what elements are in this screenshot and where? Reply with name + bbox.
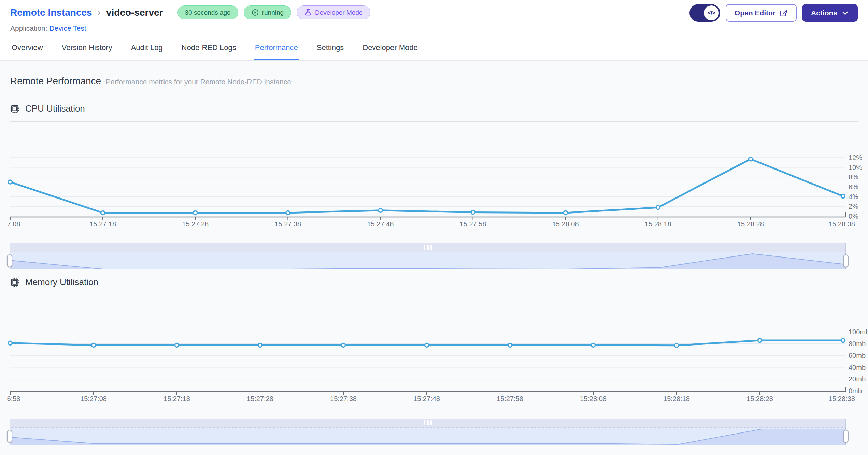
cpu-chip-icon bbox=[10, 104, 20, 114]
svg-text:80mb: 80mb bbox=[849, 340, 866, 348]
memory-chart-navigator bbox=[10, 419, 846, 445]
last-seen-label: 30 seconds ago bbox=[185, 9, 231, 16]
svg-text:15:27:18: 15:27:18 bbox=[163, 395, 190, 402]
svg-text:15:27:48: 15:27:48 bbox=[367, 220, 394, 228]
chevron-down-icon bbox=[841, 9, 849, 17]
svg-text:15:28:18: 15:28:18 bbox=[645, 220, 671, 228]
svg-text:6:58: 6:58 bbox=[7, 395, 20, 402]
running-label: running bbox=[262, 9, 284, 16]
svg-text:20mb: 20mb bbox=[849, 375, 866, 383]
application-label: Application: bbox=[10, 24, 47, 32]
running-badge: running bbox=[244, 5, 291, 19]
beaker-icon bbox=[304, 9, 312, 16]
svg-text:60mb: 60mb bbox=[849, 352, 866, 359]
open-editor-button[interactable]: Open Editor bbox=[726, 4, 797, 22]
grip-icon bbox=[424, 420, 425, 425]
svg-text:6%: 6% bbox=[849, 183, 858, 191]
developer-mode-label: Developer Mode bbox=[315, 9, 362, 16]
memory-navigator-right-handle[interactable] bbox=[843, 430, 849, 443]
svg-text:15:28:08: 15:28:08 bbox=[552, 220, 579, 228]
tab-version-history[interactable]: Version History bbox=[60, 40, 114, 60]
main-content: Remote Performance Performance metrics f… bbox=[0, 61, 868, 455]
svg-text:15:27:38: 15:27:38 bbox=[330, 395, 357, 402]
last-seen-badge: 30 seconds ago bbox=[177, 5, 238, 19]
svg-text:8%: 8% bbox=[849, 173, 858, 181]
cpu-navigator-right-handle[interactable] bbox=[843, 254, 849, 267]
svg-text:12%: 12% bbox=[849, 154, 862, 161]
memory-navigator-left-handle[interactable] bbox=[7, 430, 12, 443]
memory-navigator-drag-strip[interactable] bbox=[10, 419, 846, 428]
play-circle-icon bbox=[251, 9, 259, 16]
cpu-section-title: CPU Utilisation bbox=[25, 103, 85, 114]
svg-text:2%: 2% bbox=[849, 203, 858, 210]
cpu-chip-icon bbox=[10, 277, 20, 288]
svg-text:15:27:18: 15:27:18 bbox=[89, 220, 116, 228]
svg-text:15:28:08: 15:28:08 bbox=[580, 395, 607, 402]
svg-text:0mb: 0mb bbox=[849, 387, 862, 395]
cpu-navigator-drag-strip[interactable] bbox=[10, 243, 846, 252]
breadcrumb-separator: › bbox=[97, 7, 101, 18]
page-header: Remote Instances › video-server 30 secon… bbox=[0, 0, 868, 32]
status-badges: 30 seconds ago running Developer Mode bbox=[177, 5, 370, 19]
cpu-navigator-left-handle[interactable] bbox=[7, 254, 12, 267]
actions-label: Actions bbox=[811, 9, 837, 17]
cpu-utilisation-chart[interactable]: 0%2%4%6%8%10%12%7:0815:27:1815:27:2815:2… bbox=[0, 141, 868, 233]
svg-text:15:27:58: 15:27:58 bbox=[460, 220, 486, 228]
external-link-icon bbox=[780, 9, 788, 17]
page-head: Remote Performance Performance metrics f… bbox=[10, 76, 858, 87]
grip-icon bbox=[427, 420, 429, 425]
divider bbox=[10, 295, 858, 295]
memory-section-header: Memory Utilisation bbox=[10, 277, 858, 288]
divider bbox=[10, 94, 858, 94]
header-actions: </> Open Editor Actions bbox=[689, 4, 858, 22]
cpu-navigator-area[interactable] bbox=[10, 252, 846, 269]
svg-text:15:28:18: 15:28:18 bbox=[663, 395, 690, 402]
grip-icon bbox=[424, 245, 425, 250]
cpu-chart-navigator bbox=[10, 243, 846, 269]
app-root: Remote Instances › video-server 30 secon… bbox=[0, 0, 868, 455]
svg-text:15:28:28: 15:28:28 bbox=[737, 220, 764, 228]
breadcrumb-parent-link[interactable]: Remote Instances bbox=[10, 7, 92, 18]
svg-text:15:27:28: 15:27:28 bbox=[182, 220, 209, 228]
svg-text:15:28:28: 15:28:28 bbox=[746, 395, 773, 402]
tab-bar: OverviewVersion HistoryAudit LogNode-RED… bbox=[0, 40, 868, 61]
memory-navigator-area[interactable] bbox=[10, 428, 846, 445]
divider bbox=[10, 121, 858, 122]
svg-text:10%: 10% bbox=[849, 164, 862, 171]
tab-node-red-logs[interactable]: Node-RED Logs bbox=[180, 40, 238, 60]
grip-icon bbox=[427, 245, 429, 250]
svg-text:15:27:58: 15:27:58 bbox=[497, 395, 523, 402]
svg-text:15:28:38: 15:28:38 bbox=[828, 395, 855, 402]
tab-settings[interactable]: Settings bbox=[315, 40, 345, 60]
svg-text:7:08: 7:08 bbox=[7, 220, 20, 228]
svg-text:15:27:48: 15:27:48 bbox=[413, 395, 440, 402]
developer-mode-toggle[interactable]: </> bbox=[689, 4, 720, 22]
memory-section-title: Memory Utilisation bbox=[25, 277, 98, 288]
svg-text:100mb: 100mb bbox=[849, 328, 868, 336]
tab-developer-mode[interactable]: Developer Mode bbox=[361, 40, 419, 60]
svg-text:4%: 4% bbox=[849, 193, 858, 201]
breadcrumb-current: video-server bbox=[106, 7, 163, 18]
svg-text:40mb: 40mb bbox=[849, 364, 866, 371]
cpu-section-header: CPU Utilisation bbox=[10, 103, 858, 114]
page-subtitle: Performance metrics for your Remote Node… bbox=[106, 78, 291, 86]
grip-icon bbox=[430, 245, 432, 250]
actions-button[interactable]: Actions bbox=[802, 4, 858, 22]
memory-utilisation-chart[interactable]: 0mb20mb40mb60mb80mb100mb6:5815:27:0815:2… bbox=[0, 306, 868, 408]
svg-text:15:28:38: 15:28:38 bbox=[828, 220, 855, 228]
tab-performance[interactable]: Performance bbox=[254, 40, 299, 60]
grip-icon bbox=[430, 420, 432, 425]
code-icon: </> bbox=[704, 5, 719, 20]
svg-text:15:27:08: 15:27:08 bbox=[80, 395, 107, 402]
tab-overview[interactable]: Overview bbox=[10, 40, 44, 60]
tab-audit-log[interactable]: Audit Log bbox=[130, 40, 164, 60]
application-link[interactable]: Device Test bbox=[49, 24, 86, 32]
developer-mode-badge: Developer Mode bbox=[297, 5, 370, 19]
open-editor-label: Open Editor bbox=[735, 9, 775, 17]
svg-text:15:27:28: 15:27:28 bbox=[247, 395, 273, 402]
application-row: Application: Device Test bbox=[10, 24, 858, 32]
svg-text:0%: 0% bbox=[849, 212, 858, 220]
page-title: Remote Performance bbox=[10, 76, 101, 87]
svg-text:15:27:38: 15:27:38 bbox=[274, 220, 301, 228]
